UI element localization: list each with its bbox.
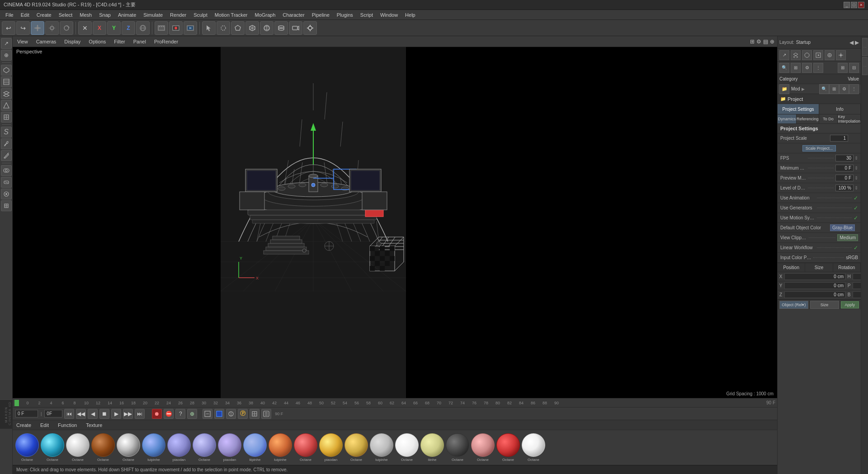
stop-record-btn[interactable]: ⛔ xyxy=(164,409,174,419)
material-item-17[interactable]: Octane xyxy=(446,433,469,462)
render-mode-btn6[interactable] xyxy=(261,409,271,419)
setting-val-min-time[interactable] xyxy=(835,165,854,171)
preview-min-arrows[interactable]: ⇕ xyxy=(854,175,858,180)
rp-icon-material[interactable] xyxy=(802,50,812,60)
material-item-2[interactable]: Octane xyxy=(66,433,90,462)
z-axis-btn[interactable]: Z xyxy=(122,21,135,35)
rp-folder-btn[interactable]: 📁 xyxy=(779,84,789,94)
cancel-btn[interactable]: ✕ xyxy=(78,21,92,35)
deformer-tool[interactable] xyxy=(1,177,12,188)
fps-arrows[interactable]: ⇕ xyxy=(854,156,858,161)
render-btn[interactable] xyxy=(184,21,197,35)
play-btn[interactable]: ▶ xyxy=(111,409,121,419)
triangle-tool[interactable] xyxy=(1,100,12,111)
setting-val-clipping[interactable]: Medium xyxy=(837,234,858,241)
setting-check-use-motion[interactable]: ✓ xyxy=(854,215,858,221)
rp-filter-icon[interactable]: ⊞ xyxy=(791,63,801,73)
viewport[interactable]: Perspective xyxy=(13,47,777,398)
psr-z-pos[interactable] xyxy=(784,291,845,298)
menu-mesh[interactable]: Mesh xyxy=(76,11,95,19)
setting-val-obj-color[interactable]: Gray-Blue xyxy=(830,224,855,231)
title-controls[interactable]: _ □ ✕ xyxy=(844,2,864,8)
material-item-0[interactable]: Octane xyxy=(15,433,39,462)
maximize-btn[interactable]: □ xyxy=(851,2,857,8)
material-item-4[interactable]: Octane xyxy=(117,433,140,462)
polygon-tool[interactable] xyxy=(231,21,245,35)
material-item-16[interactable]: liinhe xyxy=(420,433,444,462)
material-item-1[interactable]: Octane xyxy=(41,433,64,462)
vp-panel-menu[interactable]: Panel xyxy=(132,38,148,45)
world-btn[interactable] xyxy=(136,21,150,35)
proj-subtab-todo[interactable]: To Do xyxy=(819,114,838,123)
menu-select[interactable]: Select xyxy=(55,11,76,19)
menu-file[interactable]: File xyxy=(2,11,17,19)
proj-subtab-referencing[interactable]: Referencing xyxy=(797,114,819,123)
proj-subtab-dynamics[interactable]: Dynamics xyxy=(778,114,797,123)
vp-display-menu[interactable]: Display xyxy=(62,38,82,45)
material-item-18[interactable]: Octane xyxy=(471,433,495,462)
mod-more-btn[interactable]: ⋮ xyxy=(849,84,859,94)
rp-icon-scene[interactable] xyxy=(825,50,835,60)
vp-cameras-menu[interactable]: Cameras xyxy=(34,38,58,45)
material-item-14[interactable]: luipinhe xyxy=(370,433,393,462)
boole-tool[interactable] xyxy=(1,165,12,176)
mod-chevron[interactable]: ▶ xyxy=(802,87,805,91)
mod-settings-btn[interactable]: ⚙ xyxy=(839,84,849,94)
setting-val-preview-min-time[interactable] xyxy=(835,175,854,181)
mod-filter-btn[interactable]: ⊞ xyxy=(829,84,839,94)
record-btn[interactable]: ⏺ xyxy=(152,409,162,419)
cylinder-btn[interactable] xyxy=(274,21,288,35)
rp-icon-arrow[interactable]: ↗ xyxy=(779,50,789,60)
knife-tool[interactable] xyxy=(1,150,12,161)
vp-filter-menu[interactable]: Filter xyxy=(112,38,127,45)
menu-animate[interactable]: Animate xyxy=(114,11,140,19)
material-item-8[interactable]: piaodan xyxy=(218,433,241,462)
rp-collapse-btn[interactable]: ◀ xyxy=(849,39,854,46)
apply-tab-object[interactable]: Object (Rel▾) xyxy=(779,301,808,309)
select-tool[interactable]: ↗ xyxy=(1,38,12,49)
filmstrip-btn[interactable] xyxy=(155,21,168,35)
play-reverse-btn[interactable]: ◀ xyxy=(88,409,98,419)
rp-more-icon[interactable]: ⋮ xyxy=(813,63,823,73)
setting-val-lod[interactable] xyxy=(835,185,854,191)
prev-frame-btn[interactable]: ◀◀ xyxy=(76,409,86,419)
min-time-arrows[interactable]: ⇕ xyxy=(854,166,858,171)
menu-window[interactable]: Window xyxy=(377,11,401,19)
menu-mograph[interactable]: MoGraph xyxy=(251,11,279,19)
menu-simulate[interactable]: Simulate xyxy=(140,11,166,19)
mat-tab-edit[interactable]: Edit xyxy=(38,422,51,429)
layout-value-dropdown[interactable]: Startup xyxy=(796,40,811,45)
texture-tool[interactable] xyxy=(1,76,12,87)
psr-y-size[interactable] xyxy=(853,282,861,289)
menu-motion-tracker[interactable]: Motion Tracker xyxy=(211,11,251,19)
close-btn[interactable]: ✕ xyxy=(858,2,864,8)
menu-edit[interactable]: Edit xyxy=(17,11,33,19)
psr-y-pos[interactable] xyxy=(784,282,845,289)
move-tool[interactable] xyxy=(31,21,44,35)
vp-prorender-menu[interactable]: ProRender xyxy=(152,38,180,45)
menu-sculpt[interactable]: Sculpt xyxy=(190,11,211,19)
spline-tool[interactable]: S xyxy=(1,127,12,137)
scale-tool[interactable] xyxy=(45,21,59,35)
menu-character[interactable]: Character xyxy=(279,11,308,19)
rp-icon-render[interactable] xyxy=(813,50,823,60)
apply-btn[interactable]: Apply xyxy=(841,301,859,308)
material-item-19[interactable]: Octane xyxy=(496,433,520,462)
render-mode-btn5[interactable] xyxy=(250,409,259,419)
rotate-tool[interactable] xyxy=(60,21,73,35)
x-axis-btn[interactable]: X xyxy=(93,21,106,35)
far-right-btn-1[interactable]: ⋮ xyxy=(862,38,868,56)
material-item-11[interactable]: Octane xyxy=(294,433,317,462)
render-mode-btn3[interactable] xyxy=(226,409,236,419)
rp-collapse-icon[interactable]: ⊟ xyxy=(849,63,859,73)
material-item-13[interactable]: Octane xyxy=(344,433,368,462)
goto-start-btn[interactable]: ⏮ xyxy=(64,409,74,419)
redo-btn[interactable]: ↩ xyxy=(16,21,30,35)
material-item-9[interactable]: liipinhe xyxy=(243,433,267,462)
camera-tool[interactable] xyxy=(289,21,302,35)
vp-icon-3[interactable]: ▤ xyxy=(763,38,768,45)
generator-tool[interactable] xyxy=(1,200,12,211)
setting-check-use-anim[interactable]: ✓ xyxy=(854,195,858,201)
material-item-5[interactable]: luipinhe xyxy=(142,433,165,462)
undo-btn[interactable]: ↩ xyxy=(2,21,15,35)
